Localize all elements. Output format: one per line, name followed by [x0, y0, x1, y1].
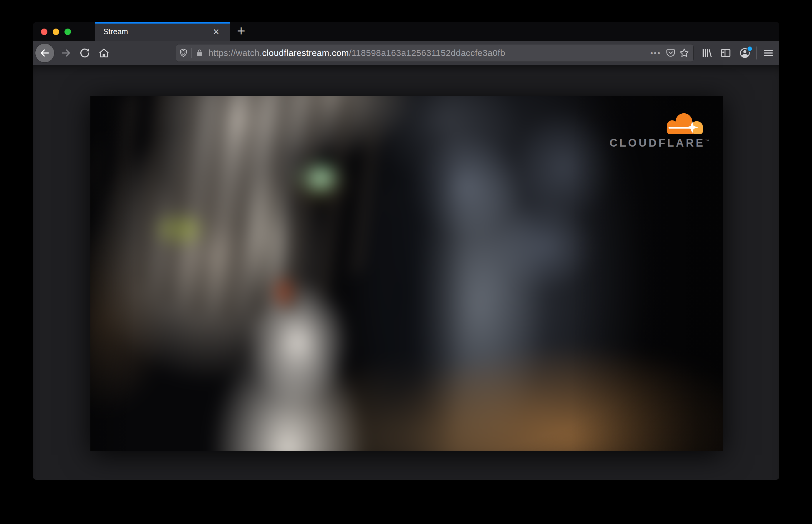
- account-button[interactable]: [737, 45, 753, 61]
- reload-button[interactable]: [77, 45, 93, 61]
- new-tab-button[interactable]: +: [230, 22, 253, 41]
- toolbar-divider: [756, 47, 757, 60]
- navigation-toolbar: https://watch.cloudflarestream.com/11859…: [33, 41, 779, 65]
- minimize-window-button[interactable]: [53, 29, 59, 35]
- url-scheme-subdomain: https://watch.: [209, 48, 262, 58]
- cloudflare-watermark: CLOUDFLARE™: [610, 112, 709, 149]
- cloudflare-wordmark: CLOUDFLARE™: [610, 137, 709, 149]
- tab-close-icon[interactable]: ×: [210, 25, 223, 38]
- url-path: /118598a163a125631152ddaccfe3a0fb: [349, 48, 505, 58]
- cat-fur-stripes: [91, 96, 393, 320]
- library-icon: [701, 47, 713, 59]
- forward-arrow-icon: [60, 47, 71, 59]
- page-actions-icon[interactable]: •••: [650, 49, 661, 58]
- close-window-button[interactable]: [41, 29, 47, 35]
- cloudflare-brand-text: CLOUDFLARE: [610, 137, 705, 149]
- cloudflare-cloud-icon: [659, 112, 707, 136]
- home-button[interactable]: [96, 45, 112, 61]
- tracking-protection-shield-icon[interactable]: [178, 48, 189, 58]
- traffic-lights: [33, 22, 95, 41]
- url-text: https://watch.cloudflarestream.com/11859…: [209, 48, 649, 58]
- reload-icon: [79, 47, 91, 59]
- video-player[interactable]: CLOUDFLARE™: [91, 96, 723, 451]
- menu-button[interactable]: [760, 45, 777, 61]
- browser-window: Stream × +: [33, 22, 779, 480]
- tab-stream[interactable]: Stream ×: [95, 22, 230, 41]
- back-arrow-icon: [39, 47, 50, 59]
- url-bar[interactable]: https://watch.cloudflarestream.com/11859…: [176, 45, 693, 62]
- library-button[interactable]: [698, 45, 715, 61]
- tab-title: Stream: [103, 27, 210, 36]
- forward-button[interactable]: [58, 45, 74, 61]
- home-icon: [98, 47, 110, 59]
- cloudflare-trademark: ™: [705, 138, 709, 143]
- pocket-icon[interactable]: [664, 46, 678, 60]
- sidebar-icon: [720, 47, 732, 59]
- url-domain: cloudflarestream.com: [262, 48, 349, 58]
- hamburger-menu-icon: [763, 47, 774, 59]
- desktop-background: Stream × +: [0, 0, 812, 524]
- back-button[interactable]: [35, 44, 54, 62]
- page-content: CLOUDFLARE™: [33, 65, 779, 479]
- tab-bar: Stream × +: [33, 22, 779, 41]
- url-bar-divider: [191, 48, 192, 58]
- account-notification-dot: [748, 47, 752, 51]
- bookmark-star-icon[interactable]: [678, 46, 691, 60]
- https-lock-icon[interactable]: [195, 48, 204, 58]
- sidebar-toggle-button[interactable]: [717, 45, 734, 61]
- zoom-window-button[interactable]: [64, 29, 71, 35]
